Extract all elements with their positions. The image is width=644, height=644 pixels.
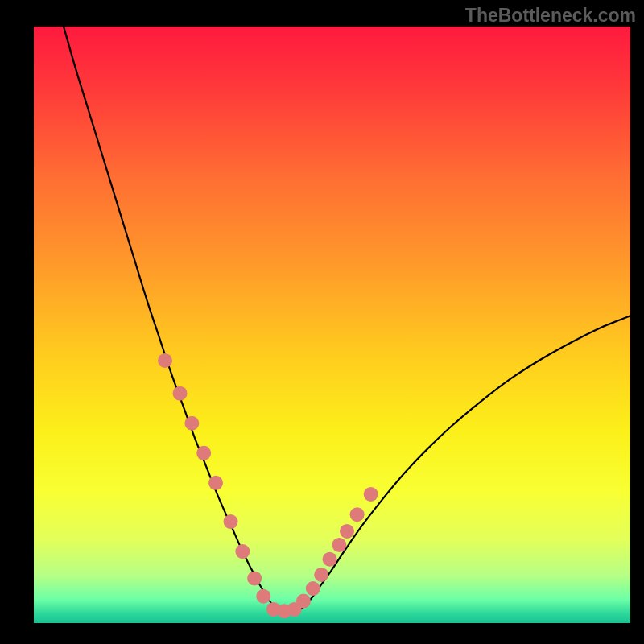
watermark-text: TheBottleneck.com (465, 5, 636, 27)
scatter-dot (350, 507, 365, 522)
scatter-dot (332, 538, 346, 552)
scatter-dot (173, 386, 188, 401)
scatter-dot (323, 552, 337, 567)
scatter-dot (314, 568, 328, 582)
scatter-dot (364, 487, 378, 502)
scatter-dot (256, 589, 270, 604)
scatter-dot (184, 416, 199, 431)
scatter-dot (235, 544, 250, 559)
scatter-dot (247, 571, 262, 585)
scatter-dot (196, 446, 211, 460)
plot-area (34, 27, 630, 623)
scatter-dot (208, 476, 223, 490)
gradient-rect (34, 27, 630, 623)
scatter-dot (296, 594, 311, 609)
chart-outer-frame: TheBottleneck.com (0, 0, 644, 644)
scatter-dot (158, 353, 172, 368)
scatter-dot (340, 524, 354, 539)
scatter-dot (224, 514, 238, 529)
chart-svg (34, 27, 630, 623)
scatter-dot (306, 581, 320, 596)
